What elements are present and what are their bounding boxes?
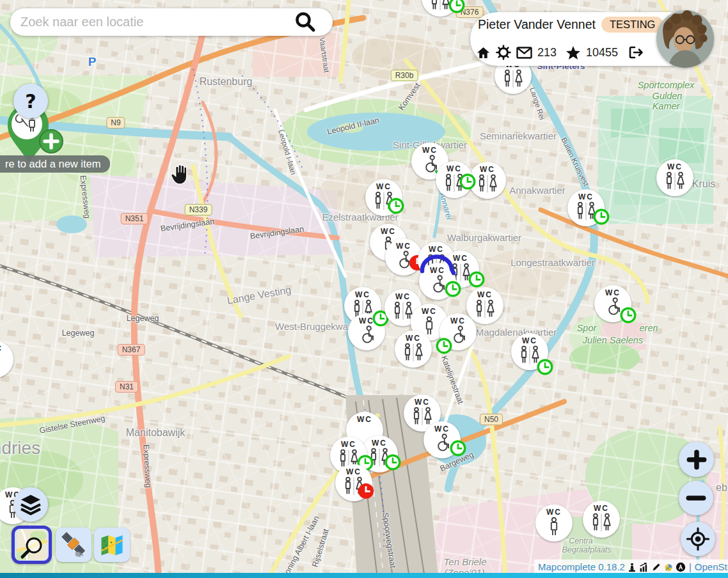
basemap-map-button[interactable] [94,527,130,562]
zoom-out-button[interactable] [679,481,713,515]
attribution-separator: | [689,561,692,572]
toilet-marker-single[interactable]: WC [535,504,573,542]
map-label: Rijselstraat [310,527,330,568]
pencil-icon[interactable] [651,562,661,572]
hand-cursor [168,161,194,188]
map-label: Spoorwegstraat [381,512,397,569]
map-label: Legeweg [127,314,159,323]
toilet-marker-single[interactable]: WC [0,341,13,378]
map-label: Katelijnestraat [439,354,465,405]
map-label: Kamer [653,101,680,111]
logout-icon[interactable] [628,45,644,59]
toilet-marker-wheelchair[interactable]: WC [594,285,631,322]
map-label: Kruis [692,178,715,190]
testing-badge: TESTING [601,17,664,33]
map-label: Seminariekwartier [480,130,557,141]
layers-button[interactable] [13,487,48,522]
toilet-marker-wheelchair[interactable]: WC [348,313,385,350]
minus-icon [683,485,709,511]
map-label: Rustenburg [200,76,253,88]
road-shield: N31 [115,381,138,393]
map-label: eb [716,482,727,494]
map-overlay-layer: N9R30bN376N339N351N367N31N50Brugge-Sint-… [0,0,728,578]
toilet-marker-pair[interactable]: WC [511,333,548,370]
statue-icon[interactable] [627,562,637,572]
home-icon[interactable] [476,46,491,59]
map-label: Begraafplaats [562,545,611,554]
road-shield: R30b [391,70,418,81]
map-label: Gulden [653,91,683,101]
add-item-tooltip: re to add a new item [0,155,110,173]
map-label: Manitobawijk [126,427,185,439]
map-label: Lange Rei [528,86,546,121]
road-shield: N50 [480,414,503,425]
map-label: Leopold I-laan [277,129,297,175]
toilet-marker-pair[interactable]: WC [335,464,372,501]
road-shield: N351 [121,213,148,224]
search-bar [10,8,333,36]
map-label: Vaartstraat [318,37,331,74]
attribution-bar: Mapcomplete 0.18.2 | OpenStreetMap [534,559,728,574]
selected-highlight-arc [419,251,456,281]
plus-icon [684,447,709,473]
map-label: Lange Vesting [226,284,292,306]
map-label: Annakwartier [509,185,566,196]
user-name: Pieter Vander Vennet [478,17,596,32]
map-label: Sportcomplex [638,80,695,90]
toilet-marker-wheelchair[interactable]: WC [439,313,477,350]
map-label: eren [639,323,658,333]
help-button[interactable]: ? [13,84,48,118]
gear-icon[interactable] [496,45,511,60]
toilet-marker-pair[interactable]: WC [436,161,473,198]
map-label: Koning Albert I-laan [280,515,321,578]
map-label: Leopold II-laan [326,116,380,136]
toilet-marker-pair[interactable]: WC [567,189,605,226]
statistics-icon[interactable] [639,562,649,572]
crosshair-icon [684,526,711,552]
map-label: Expressweg [141,444,153,488]
map-label: Komvest [397,81,422,112]
road-shield: N367 [118,344,145,355]
map-label: Longestraatkwartier [510,257,595,268]
basemap-satellite-button[interactable] [56,527,91,562]
folded-map-icon [98,531,126,559]
toilet-marker-pair[interactable]: WC [583,501,620,538]
map-label: Ten Briele [444,556,487,567]
avatar[interactable] [656,10,714,68]
toilet-marker-pair[interactable]: WC [656,159,693,196]
map-label: Buiten Kruisvest [560,136,590,187]
map-label: Centra [569,536,593,545]
marker-label: WC [357,416,372,423]
basemap-osm-button[interactable] [12,526,52,564]
map-label: Gistelse Steenweg [39,414,106,435]
license-icon[interactable] [676,562,686,572]
messages-count: 213 [537,46,557,59]
community-icon[interactable] [663,562,674,572]
changesets-count: 10455 [586,46,618,59]
map-label: Legeweg [62,329,95,338]
map-label: ndries [0,438,40,458]
map-label: Bevrijdingslaan [249,224,305,241]
map-label: Julien Saelens [583,335,643,345]
mapcomplete-app: N9R30bN376N339N351N367N31N50Brugge-Sint-… [0,0,728,578]
map-label: P [88,55,97,69]
toilet-marker-pair[interactable]: WC [469,162,506,199]
osm-link[interactable]: OpenStreetMap [695,561,728,572]
search-input[interactable] [10,15,294,29]
zoom-in-button[interactable] [679,442,714,477]
satellite-icon [59,531,88,559]
star-icon [566,45,581,60]
map-label: Walburgakwartier [447,232,521,243]
toilet-marker-pair[interactable]: WC [395,331,432,368]
map-label: Magdalenakwartier [476,327,557,338]
app-version[interactable]: Mapcomplete 0.18.2 [538,561,625,572]
toilet-marker-wheelchair[interactable]: WC [385,238,422,276]
mail-icon[interactable] [516,47,532,59]
toilet-marker-pair[interactable]: WC [422,0,459,17]
road-shield: N339 [185,204,212,215]
search-icon[interactable] [294,12,316,33]
toilet-marker-pair[interactable]: WC [365,179,402,216]
toilet-marker-pair[interactable]: WC [466,287,503,324]
toilet-marker-wheelchair[interactable]: WC [423,421,461,458]
geolocate-button[interactable] [681,522,715,556]
